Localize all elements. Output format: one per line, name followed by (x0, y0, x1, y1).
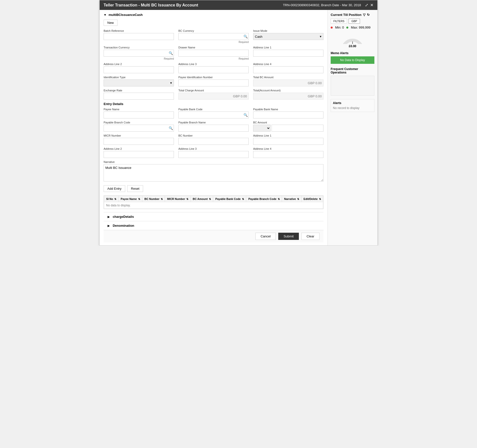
new-button[interactable]: New (104, 20, 118, 26)
main-content: ▼ multiBCIssuanceCash New Batch Referenc… (100, 10, 377, 245)
entry-address-line4-input[interactable] (253, 151, 323, 158)
min-dot (331, 27, 333, 29)
payable-branch-name-input[interactable] (178, 125, 249, 132)
address-line2-input[interactable] (104, 66, 174, 73)
micr-number-input[interactable] (104, 138, 174, 145)
batch-reference-input[interactable] (104, 33, 174, 40)
issue-mode-select[interactable]: Cash Transfer (253, 33, 323, 40)
expand-icon[interactable]: ⤢ (365, 3, 368, 7)
identification-type-select[interactable] (104, 79, 174, 86)
sort-icon-micr: ⇅ (186, 198, 188, 200)
memo-alerts-section: Memo Alerts No Data to Display (331, 51, 374, 64)
col-payable-bank-code[interactable]: Payable Bank Code ⇅ (213, 196, 246, 202)
charge-details-chevron: ▶ (108, 215, 110, 219)
section-header[interactable]: ▼ multiBCIssuanceCash (104, 13, 323, 17)
payable-bank-code-input[interactable] (178, 112, 249, 118)
payable-branch-code-search-icon[interactable]: 🔍 (169, 126, 173, 130)
payable-bank-code-search-icon[interactable]: 🔍 (243, 113, 248, 117)
payable-branch-name-label: Payable Branch Name (178, 121, 249, 124)
col-si-no[interactable]: SI No ⇅ (104, 196, 119, 202)
gauge-container: £0.00 (331, 30, 374, 48)
col-edit-delete[interactable]: Edit/Delete ⇅ (301, 196, 323, 202)
entry-details-grid: Payee Name Payable Bank Code 🔍 Payable B… (104, 108, 323, 158)
bc-number-input[interactable] (178, 138, 249, 145)
entry-address-line4-label: Address Line 4 (253, 147, 323, 150)
entry-buttons-row: Add Entry Reset (104, 185, 323, 192)
sort-icon-branch-code: ⇅ (278, 198, 280, 200)
gauge-arc (340, 30, 365, 44)
reset-button[interactable]: Reset (127, 185, 143, 192)
total-charge-group: Total Charge Amount GBP 0.00 (178, 89, 249, 100)
clear-button[interactable]: Clear (301, 233, 319, 240)
bc-currency-wrapper: 🔍 (178, 33, 249, 40)
bc-number-label: BC Number (178, 134, 249, 137)
transaction-currency-input[interactable] (104, 50, 174, 57)
payee-name-input[interactable] (104, 112, 174, 118)
drawer-name-required: Required (178, 57, 249, 60)
bc-amount-input[interactable] (272, 125, 323, 132)
charge-details-section[interactable]: ▶ chargeDetails (104, 212, 323, 221)
trn-info: TRN-0002308900340832, Branch Date - Mar … (283, 3, 361, 7)
payable-branch-code-input[interactable] (104, 125, 174, 132)
col-bc-number[interactable]: BC Number ⇅ (142, 196, 165, 202)
entry-address-line3-input[interactable] (178, 151, 249, 158)
add-entry-button[interactable]: Add Entry (104, 185, 125, 192)
payable-bank-name-input[interactable] (253, 112, 323, 118)
close-icon[interactable]: ✕ (370, 3, 373, 7)
exchange-rate-group: Exchange Rate (104, 89, 174, 100)
bc-amount-currency-select[interactable] (253, 125, 271, 132)
entry-address-line2-group: Address Line 2 (104, 147, 174, 158)
filter-icon[interactable]: ▽ (363, 13, 365, 17)
issue-mode-group: Issue Mode Cash Transfer ▼ (253, 29, 323, 43)
min-label: Min: 0 (335, 26, 344, 29)
frequent-customer-title: Frequent Customer Operations (331, 67, 374, 74)
gbp-button[interactable]: GBP (349, 19, 360, 24)
narrative-input[interactable]: Multi BC Issuance (104, 164, 323, 182)
bc-currency-input[interactable] (178, 33, 249, 40)
bc-currency-search-icon[interactable]: 🔍 (243, 35, 248, 38)
issue-mode-label: Issue Mode (253, 29, 323, 32)
payable-bank-name-label: Payable Bank Name (253, 108, 323, 111)
col-micr-number[interactable]: MICR Number ⇅ (165, 196, 191, 202)
col-payee-name[interactable]: Payee Name ⇅ (119, 196, 142, 202)
legend-row: Min: 0 Max: 999,999 (331, 26, 374, 29)
address-line4-input[interactable] (253, 66, 323, 73)
memo-alerts-title: Memo Alerts (331, 51, 374, 55)
alerts-section: Alerts No record to display (331, 99, 374, 112)
memo-no-data-button[interactable]: No Data to Display (331, 56, 374, 64)
entry-address-line2-input[interactable] (104, 151, 174, 158)
col-narrative[interactable]: Narrative ⇅ (282, 196, 301, 202)
identification-type-group: Identification Type ▼ (104, 76, 174, 86)
sort-icon-bank-code: ⇅ (242, 198, 244, 200)
payable-bank-name-group: Payable Bank Name (253, 108, 323, 118)
frequent-customer-area (331, 76, 374, 96)
drawer-name-group: Drawer Name Required (178, 46, 249, 60)
refresh-icon[interactable]: ↻ (367, 13, 370, 17)
col-payable-branch-code[interactable]: Payable Branch Code ⇅ (246, 196, 282, 202)
entry-details-title: Entry Details (104, 102, 323, 106)
charge-details-label: chargeDetails (113, 215, 134, 219)
payee-identification-group: Payee Identification Number (178, 76, 249, 86)
bc-currency-group: BC Currency 🔍 Required (178, 29, 249, 43)
transaction-currency-search-icon[interactable]: 🔍 (169, 51, 173, 55)
col-bc-amount[interactable]: BC Amount ⇅ (191, 196, 213, 202)
batch-reference-label: Batch Reference (104, 29, 174, 32)
filters-button[interactable]: FILTERS (331, 19, 347, 24)
exchange-rate-input[interactable] (104, 93, 174, 100)
address-line1-input[interactable] (253, 50, 323, 57)
payee-identification-input[interactable] (178, 79, 249, 86)
entry-address-line1-input[interactable] (253, 138, 323, 145)
till-position-title: Current Till Position (331, 13, 361, 17)
denomination-section[interactable]: ▶ Denomination (104, 221, 323, 230)
sort-icon-payee: ⇅ (138, 198, 140, 200)
entries-table: SI No ⇅ Payee Name ⇅ BC Number ⇅ MICR Nu… (104, 196, 323, 209)
address-line3-input[interactable] (178, 66, 249, 73)
frequent-customer-section: Frequent Customer Operations (331, 67, 374, 96)
total-account-group: Total(Account Amount) GBP 0.00 (253, 89, 323, 100)
gauge-value: £0.00 (349, 44, 356, 48)
title-bar: Teller Transaction - Multi BC Issuance B… (100, 0, 377, 10)
cancel-button[interactable]: Cancel (255, 233, 276, 240)
drawer-name-input[interactable] (178, 50, 249, 57)
submit-button[interactable]: Submit (278, 233, 299, 240)
total-bc-amount-label: Total BC Amount (253, 76, 323, 79)
